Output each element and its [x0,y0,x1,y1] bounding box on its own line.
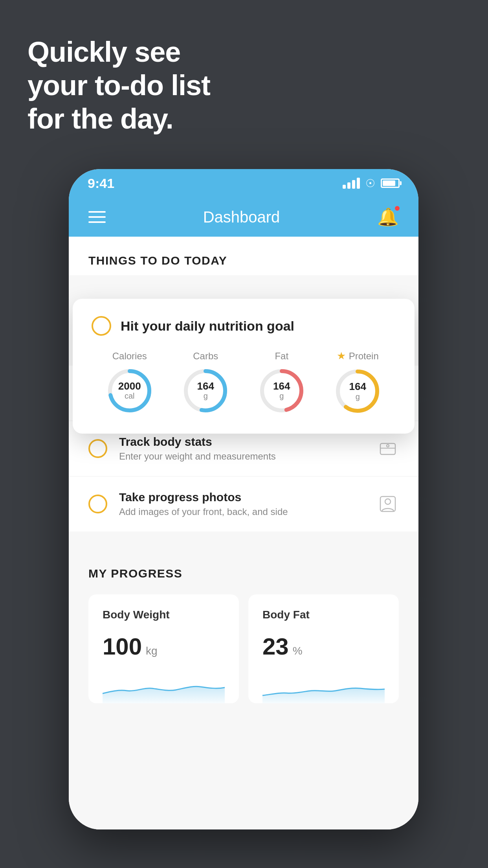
calories-label: Calories [112,351,147,362]
things-header: THINGS TO DO TODAY [69,237,418,275]
calories-donut: 2000 cal [106,367,153,414]
hero-line1: Quickly see [28,35,210,69]
person-icon [377,493,399,515]
body-fat-unit: % [293,645,303,657]
phone: 9:41 ☉ Dashboard 🔔 [69,169,418,829]
svg-rect-8 [380,443,395,454]
phone-content: THINGS TO DO TODAY Hit your daily nutrit… [69,237,418,829]
body-weight-title: Body Weight [103,609,225,621]
things-title: THINGS TO DO TODAY [88,254,227,267]
protein-value-group: 164 g [349,381,366,401]
bell-icon[interactable]: 🔔 [377,207,399,227]
fat-value: 164 [273,381,290,392]
bodystats-radio[interactable] [88,439,107,458]
body-weight-unit: kg [146,645,158,657]
body-fat-value: 23 [262,633,289,660]
progress-cards: Body Weight 100 kg [88,594,399,703]
carbs-value: 164 [197,381,214,392]
wifi-icon: ☉ [365,177,375,190]
protein-value: 164 [349,381,366,392]
bodystats-desc: Enter your weight and measurements [119,451,377,462]
photos-name: Take progress photos [119,491,377,504]
nav-bar: Dashboard 🔔 [69,197,418,237]
hero-line3: for the day. [28,102,210,136]
star-icon: ★ [337,350,346,362]
photos-radio[interactable] [88,495,107,513]
battery-icon [381,178,400,188]
fat-donut: 164 g [258,367,305,414]
body-weight-value-row: 100 kg [103,633,225,660]
carbs-value-group: 164 g [197,381,214,401]
protein-label: Protein [349,351,379,362]
svg-point-9 [387,445,389,447]
carbs-donut: 164 g [182,367,229,414]
body-fat-value-row: 23 % [262,633,385,660]
photos-text: Take progress photos Add images of your … [119,491,377,517]
nav-title: Dashboard [203,208,280,226]
calories-value: 2000 [118,381,141,392]
progress-title: MY PROGRESS [88,567,399,580]
body-fat-chart [262,672,385,703]
card-header: Hit your daily nutrition goal [92,316,396,336]
calories-unit: cal [118,392,141,401]
calories-value-group: 2000 cal [118,381,141,401]
body-weight-card[interactable]: Body Weight 100 kg [88,594,239,703]
progress-section: MY PROGRESS Body Weight 100 kg [69,547,418,719]
carbs-label: Carbs [193,351,218,362]
bodystats-text: Track body stats Enter your weight and m… [119,435,377,462]
body-weight-value: 100 [103,633,142,660]
signal-icon [343,178,360,189]
card-radio[interactable] [92,316,111,336]
photos-desc: Add images of your front, back, and side [119,506,377,517]
bodystats-name: Track body stats [119,435,377,449]
fat-label: Fat [275,351,288,362]
hero-line2: your to-do list [28,69,210,102]
protein-donut: 164 g [334,368,381,415]
fat-value-group: 164 g [273,381,290,401]
todo-item-photos[interactable]: Take progress photos Add images of your … [69,476,418,531]
nutrition-row: Calories 2000 cal [92,350,396,415]
svg-point-11 [385,499,391,504]
protein-unit: g [349,392,366,401]
status-bar: 9:41 ☉ [69,169,418,197]
nutrition-fat: Fat 164 g [258,351,305,414]
carbs-unit: g [197,392,214,401]
phone-wrapper: 9:41 ☉ Dashboard 🔔 [69,169,418,829]
scale-icon [377,438,399,460]
fat-unit: g [273,392,290,401]
protein-label-row: ★ Protein [337,350,379,362]
hamburger-icon[interactable] [88,211,106,223]
card-title: Hit your daily nutrition goal [121,318,294,334]
status-time: 9:41 [88,176,114,191]
body-fat-card[interactable]: Body Fat 23 % [248,594,399,703]
hero-text: Quickly see your to-do list for the day. [28,35,210,136]
notification-dot [394,205,400,211]
body-weight-chart [103,672,225,703]
nutrition-carbs: Carbs 164 g [182,351,229,414]
nutrition-calories: Calories 2000 cal [106,351,153,414]
status-icons: ☉ [343,177,400,190]
body-fat-title: Body Fat [262,609,385,621]
nutrition-card: Hit your daily nutrition goal Calories [73,299,415,434]
nutrition-protein: ★ Protein 164 g [334,350,381,415]
